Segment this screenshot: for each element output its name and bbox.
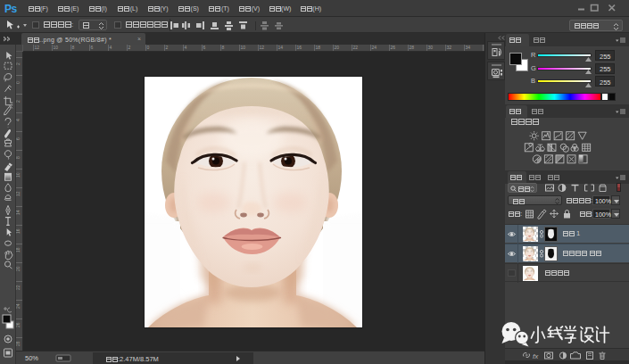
svg-text:fx: fx [533, 352, 539, 360]
